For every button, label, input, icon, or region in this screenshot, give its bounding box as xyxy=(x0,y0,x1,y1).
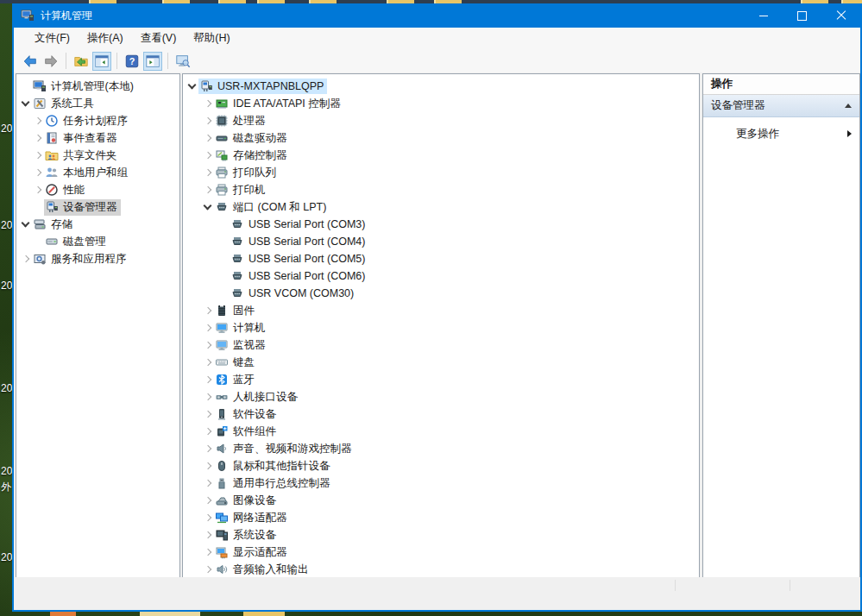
chevron-icon[interactable] xyxy=(202,477,214,489)
menu-item[interactable]: 操作(A) xyxy=(79,31,132,46)
tree-item[interactable]: 网络适配器 xyxy=(183,509,699,526)
chevron-icon[interactable] xyxy=(32,201,44,213)
menu-item[interactable]: 查看(V) xyxy=(132,31,186,46)
tree-item[interactable]: 固件 xyxy=(183,302,699,319)
tree-item[interactable]: 声音、视频和游戏控制器 xyxy=(183,440,699,457)
chevron-icon[interactable] xyxy=(32,132,44,144)
chevron-icon[interactable] xyxy=(202,149,214,161)
chevron-icon[interactable] xyxy=(202,460,214,472)
chevron-icon[interactable] xyxy=(20,218,32,230)
serial-port-icon xyxy=(230,286,244,300)
tree-item[interactable]: 计算机 xyxy=(183,319,699,336)
chevron-icon[interactable] xyxy=(202,201,214,213)
tree-item[interactable]: 计算机管理(本地) xyxy=(16,78,179,95)
tree-item[interactable]: 通用串行总线控制器 xyxy=(183,475,699,492)
tree-item[interactable]: 音频输入和输出 xyxy=(183,561,699,578)
chevron-icon[interactable] xyxy=(202,529,214,541)
tree-item[interactable]: 磁盘驱动器 xyxy=(183,129,699,147)
tree-item[interactable]: 监视器 xyxy=(183,336,699,354)
chevron-icon[interactable] xyxy=(32,115,44,127)
chevron-icon[interactable] xyxy=(202,443,214,455)
chevron-icon[interactable] xyxy=(217,236,230,248)
tree-item[interactable]: USB Serial Port (COM5) xyxy=(183,250,699,267)
tree-item[interactable]: 显示适配器 xyxy=(183,544,699,561)
tree-item[interactable]: USB Serial Port (COM4) xyxy=(183,233,699,250)
chevron-icon[interactable] xyxy=(202,512,214,524)
help-icon[interactable]: ? xyxy=(123,52,142,71)
more-actions-item[interactable]: 更多操作 xyxy=(703,124,859,143)
tree-item[interactable]: USB Serial Port (COM3) xyxy=(183,216,699,233)
collapse-icon[interactable] xyxy=(845,104,852,108)
chevron-icon[interactable] xyxy=(202,339,214,351)
chevron-icon[interactable] xyxy=(202,97,214,110)
tree-item[interactable]: 任务计划程序 xyxy=(16,112,179,129)
tree-item[interactable]: 蓝牙 xyxy=(183,371,699,388)
tree-item[interactable]: 打印队列 xyxy=(183,164,699,181)
tree-item[interactable]: 磁盘管理 xyxy=(16,233,179,250)
tree-item[interactable]: 存储控制器 xyxy=(183,147,699,164)
chevron-icon[interactable] xyxy=(202,546,214,558)
chevron-icon[interactable] xyxy=(202,374,214,386)
chevron-icon[interactable] xyxy=(202,425,214,437)
tree-item[interactable]: 图像设备 xyxy=(183,492,699,509)
tree-item[interactable]: 人机接口设备 xyxy=(183,388,699,405)
tree-item[interactable]: USB Serial Port (COM6) xyxy=(183,267,699,285)
tree-item[interactable]: 系统工具 xyxy=(16,95,179,112)
tree-item[interactable]: 存储 xyxy=(16,216,179,233)
tree-item[interactable]: 软件设备 xyxy=(183,405,699,423)
chevron-icon[interactable] xyxy=(202,184,214,196)
chevron-icon[interactable] xyxy=(20,80,32,92)
tree-item[interactable]: 本地用户和组 xyxy=(16,164,179,181)
back-icon[interactable] xyxy=(21,52,40,71)
minimize-button[interactable] xyxy=(744,3,783,28)
tree-item[interactable]: 打印机 xyxy=(183,181,699,198)
chevron-icon[interactable] xyxy=(202,305,214,317)
maximize-button[interactable] xyxy=(783,3,821,28)
chevron-icon[interactable] xyxy=(202,563,214,575)
tree-item[interactable]: 处理器 xyxy=(183,112,699,129)
tree-item[interactable]: 设备管理器 xyxy=(16,198,179,216)
chevron-icon[interactable] xyxy=(32,167,44,179)
tree-item[interactable]: 键盘 xyxy=(183,354,699,371)
chevron-icon[interactable] xyxy=(202,494,214,506)
menu-item[interactable]: 帮助(H) xyxy=(185,31,238,46)
chevron-icon[interactable] xyxy=(202,167,214,179)
usb-controller-icon xyxy=(215,476,229,490)
chevron-icon[interactable] xyxy=(20,253,32,265)
menu-item[interactable]: 文件(F) xyxy=(26,31,79,46)
tree-item[interactable]: IDE ATA/ATAPI 控制器 xyxy=(183,95,699,112)
export-icon[interactable] xyxy=(72,52,91,71)
tree-item[interactable]: 端口 (COM 和 LPT) xyxy=(183,198,699,216)
tree-item[interactable]: 服务和应用程序 xyxy=(16,250,179,267)
chevron-icon[interactable] xyxy=(20,97,32,110)
console-tree-icon[interactable] xyxy=(92,52,111,71)
tree-item[interactable]: 软件组件 xyxy=(183,423,699,440)
title-bar[interactable]: 计算机管理 xyxy=(14,3,860,28)
chevron-icon[interactable] xyxy=(217,287,230,299)
tree-item[interactable]: 鼠标和其他指针设备 xyxy=(183,457,699,475)
close-button[interactable] xyxy=(821,3,860,28)
chevron-icon[interactable] xyxy=(217,218,230,230)
chevron-icon[interactable] xyxy=(202,356,214,368)
chevron-icon[interactable] xyxy=(32,236,44,248)
chevron-icon[interactable] xyxy=(202,322,214,334)
tree-item[interactable]: USR-MXTAPNBLQPP xyxy=(183,78,699,95)
tree-item[interactable]: 系统设备 xyxy=(183,526,699,544)
chevron-icon[interactable] xyxy=(32,149,44,161)
chevron-icon[interactable] xyxy=(186,80,198,92)
actions-section-device-manager[interactable]: 设备管理器 xyxy=(703,95,859,117)
chevron-icon[interactable] xyxy=(217,270,230,282)
chevron-icon[interactable] xyxy=(202,115,214,127)
chevron-icon[interactable] xyxy=(32,184,44,196)
tree-item[interactable]: USR VCOM (COM30) xyxy=(183,285,699,302)
chevron-icon[interactable] xyxy=(202,408,214,420)
action-pane-icon[interactable] xyxy=(143,52,162,71)
forward-icon[interactable] xyxy=(41,52,60,71)
chevron-icon[interactable] xyxy=(202,391,214,403)
tree-item[interactable]: 共享文件夹 xyxy=(16,147,179,164)
tree-item[interactable]: 事件查看器 xyxy=(16,129,179,147)
tree-item[interactable]: 性能 xyxy=(16,181,179,198)
chevron-icon[interactable] xyxy=(217,253,230,265)
chevron-icon[interactable] xyxy=(202,132,214,144)
remote-icon[interactable] xyxy=(173,52,192,71)
